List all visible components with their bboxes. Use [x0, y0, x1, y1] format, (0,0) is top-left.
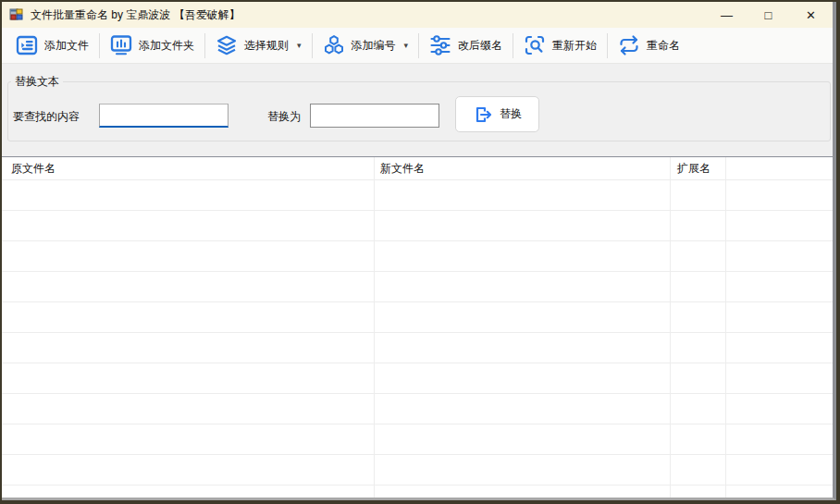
restart-scan-icon — [524, 34, 546, 56]
desktop-background: { "window": { "title": "文件批量重命名 by 宝鼎波波 … — [0, 0, 840, 504]
toolbar-button-add-folder[interactable]: 添加文件夹 — [102, 31, 203, 60]
find-input[interactable] — [99, 104, 229, 128]
toolbar-button-label: 改后缀名 — [458, 38, 502, 54]
grid-line-vertical — [670, 157, 671, 498]
listview-header: 原文件名 新文件名 扩展名 — [2, 157, 833, 180]
numbering-hexagons-icon — [323, 34, 345, 56]
titlebar[interactable]: 文件批量重命名 by 宝鼎波波 【吾爱破解】 — □ ✕ — [2, 2, 833, 28]
toolbar-button-add-numbering[interactable]: 添加编号 ▾ — [315, 31, 417, 60]
replace-with-label: 替换为 — [267, 109, 301, 124]
toolbar-button-add-files[interactable]: 添加文件 — [7, 31, 97, 60]
toolbar-button-label: 添加文件 — [44, 38, 89, 54]
close-button[interactable]: ✕ — [789, 2, 833, 28]
grid-line-vertical — [725, 157, 726, 498]
window-controls: — □ ✕ — [706, 2, 833, 28]
file-listview[interactable]: 原文件名 新文件名 扩展名 — [2, 156, 833, 498]
replace-arrow-icon — [473, 104, 493, 125]
listview-body[interactable] — [2, 180, 833, 498]
window-title: 文件批量重命名 by 宝鼎波波 【吾爱破解】 — [31, 7, 241, 23]
minimize-button[interactable]: — — [706, 2, 747, 28]
toolbar-button-label: 添加文件夹 — [139, 38, 194, 54]
layers-icon — [216, 34, 238, 56]
rename-loop-icon — [618, 34, 640, 56]
column-header-original-name[interactable]: 原文件名 — [2, 157, 374, 179]
toolbar-separator — [607, 33, 608, 58]
replace-with-input[interactable] — [310, 104, 439, 128]
toolbar-button-restart[interactable]: 重新开始 — [515, 31, 605, 60]
column-header-extension[interactable]: 扩展名 — [670, 157, 725, 179]
toolbar-button-label: 重新开始 — [552, 38, 597, 54]
toolbar-separator — [513, 33, 513, 58]
find-label: 要查找的内容 — [13, 109, 80, 124]
sliders-icon — [429, 34, 451, 56]
grid-line-vertical — [374, 157, 375, 498]
toolbar-separator — [312, 33, 313, 58]
app-window: 文件批量重命名 by 宝鼎波波 【吾爱破解】 — □ ✕ 添加文件 添加文件夹 — [2, 2, 836, 500]
add-folder-icon — [110, 34, 132, 56]
replace-button-label: 替换 — [500, 106, 522, 122]
toolbar-button-label: 选择规则 — [244, 38, 289, 54]
maximize-button[interactable]: □ — [747, 2, 789, 28]
toolbar-separator — [204, 33, 205, 58]
toolbar-separator — [418, 33, 419, 58]
add-file-icon — [16, 34, 38, 56]
toolbar-button-rename[interactable]: 重命名 — [610, 31, 688, 60]
toolbar-button-change-extension[interactable]: 改后缀名 — [421, 31, 511, 60]
toolbar: 添加文件 添加文件夹 选择规则 ▾ — [2, 28, 833, 64]
toolbar-button-label: 添加编号 — [352, 38, 396, 54]
dropdown-arrow-icon: ▾ — [404, 41, 409, 50]
toolbar-button-label: 重命名 — [647, 38, 680, 54]
groupbox-title: 替换文本 — [11, 75, 63, 89]
toolbar-button-select-rules[interactable]: 选择规则 ▾ — [207, 31, 310, 60]
replace-button[interactable]: 替换 — [455, 96, 539, 132]
toolbar-separator — [99, 33, 100, 58]
dropdown-arrow-icon: ▾ — [297, 41, 302, 50]
app-icon — [9, 7, 24, 22]
column-header-new-name[interactable]: 新文件名 — [374, 157, 670, 179]
